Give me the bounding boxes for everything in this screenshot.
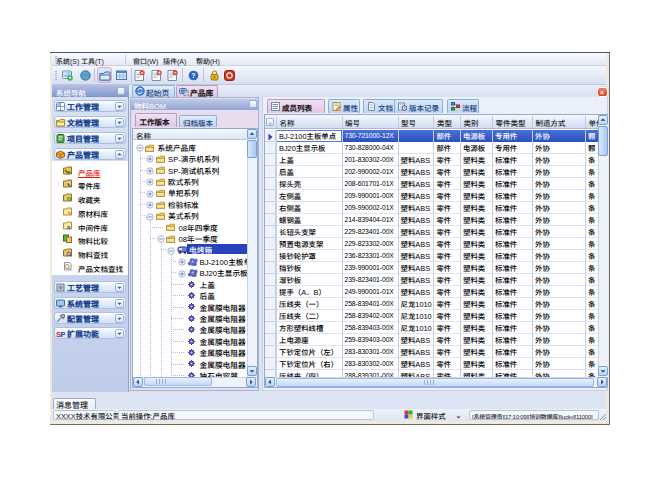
svg-text:?: ?: [191, 72, 195, 79]
svg-text:P: P: [61, 329, 66, 338]
